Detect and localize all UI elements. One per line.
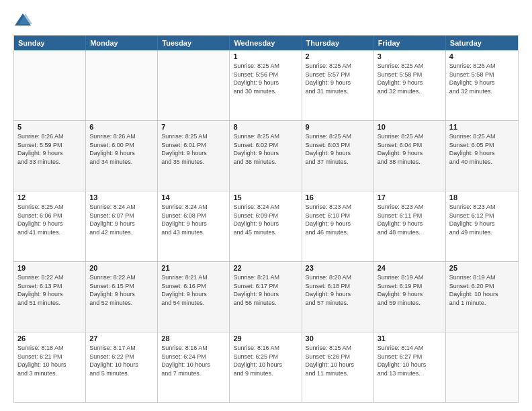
- day-info: Sunrise: 8:25 AM Sunset: 6:06 PM Dayligh…: [17, 203, 82, 236]
- day-number: 13: [89, 193, 154, 201]
- day-number: 8: [233, 123, 298, 131]
- logo-icon: [13, 11, 32, 30]
- day-info: Sunrise: 8:23 AM Sunset: 6:10 PM Dayligh…: [306, 203, 370, 236]
- day-number: 12: [17, 193, 82, 201]
- day-cell-15: 15Sunrise: 8:24 AM Sunset: 6:09 PM Dayli…: [230, 191, 302, 261]
- day-info: Sunrise: 8:21 AM Sunset: 6:16 PM Dayligh…: [161, 273, 226, 307]
- day-cell-19: 19Sunrise: 8:22 AM Sunset: 6:13 PM Dayli…: [14, 262, 86, 332]
- day-info: Sunrise: 8:25 AM Sunset: 5:56 PM Dayligh…: [233, 62, 298, 95]
- day-cell-13: 13Sunrise: 8:24 AM Sunset: 6:07 PM Dayli…: [86, 191, 158, 261]
- day-number: 7: [161, 123, 226, 131]
- calendar-row-2: 12Sunrise: 8:25 AM Sunset: 6:06 PM Dayli…: [14, 191, 518, 261]
- day-number: 11: [449, 123, 515, 131]
- day-cell-31: 31Sunrise: 8:14 AM Sunset: 6:27 PM Dayli…: [374, 332, 446, 402]
- day-cell-28: 28Sunrise: 8:16 AM Sunset: 6:24 PM Dayli…: [158, 332, 230, 402]
- calendar-row-1: 5Sunrise: 8:26 AM Sunset: 5:59 PM Daylig…: [14, 120, 518, 191]
- day-info: Sunrise: 8:14 AM Sunset: 6:27 PM Dayligh…: [378, 344, 442, 377]
- day-info: Sunrise: 8:25 AM Sunset: 5:57 PM Dayligh…: [306, 62, 370, 95]
- day-cell-26: 26Sunrise: 8:18 AM Sunset: 6:21 PM Dayli…: [14, 332, 86, 402]
- day-number: 14: [161, 193, 226, 201]
- day-number: 6: [89, 123, 154, 131]
- day-cell-23: 23Sunrise: 8:20 AM Sunset: 6:18 PM Dayli…: [302, 262, 374, 332]
- header-day-monday: Monday: [86, 36, 158, 50]
- day-info: Sunrise: 8:26 AM Sunset: 5:58 PM Dayligh…: [449, 62, 515, 95]
- page: SundayMondayTuesdayWednesdayThursdayFrid…: [0, 0, 532, 411]
- day-cell-8: 8Sunrise: 8:25 AM Sunset: 6:02 PM Daylig…: [230, 121, 302, 191]
- day-cell-4: 4Sunrise: 8:26 AM Sunset: 5:58 PM Daylig…: [446, 50, 518, 120]
- day-info: Sunrise: 8:25 AM Sunset: 6:03 PM Dayligh…: [306, 132, 370, 166]
- day-cell-1: 1Sunrise: 8:25 AM Sunset: 5:56 PM Daylig…: [230, 50, 302, 120]
- day-info: Sunrise: 8:25 AM Sunset: 6:02 PM Dayligh…: [233, 132, 298, 166]
- header-day-tuesday: Tuesday: [158, 36, 230, 50]
- day-info: Sunrise: 8:22 AM Sunset: 6:15 PM Dayligh…: [89, 273, 154, 307]
- empty-cell-0-1: [86, 50, 158, 120]
- day-number: 10: [378, 123, 442, 131]
- day-number: 25: [449, 264, 515, 272]
- header: [13, 11, 519, 30]
- day-cell-5: 5Sunrise: 8:26 AM Sunset: 5:59 PM Daylig…: [14, 121, 86, 191]
- day-cell-20: 20Sunrise: 8:22 AM Sunset: 6:15 PM Dayli…: [86, 262, 158, 332]
- day-number: 2: [306, 52, 370, 60]
- header-day-wednesday: Wednesday: [230, 36, 302, 50]
- day-number: 5: [17, 123, 82, 131]
- day-cell-11: 11Sunrise: 8:25 AM Sunset: 6:05 PM Dayli…: [446, 121, 518, 191]
- day-cell-10: 10Sunrise: 8:25 AM Sunset: 6:04 PM Dayli…: [374, 121, 446, 191]
- day-info: Sunrise: 8:19 AM Sunset: 6:19 PM Dayligh…: [378, 273, 442, 307]
- day-info: Sunrise: 8:17 AM Sunset: 6:22 PM Dayligh…: [89, 344, 154, 377]
- header-day-friday: Friday: [374, 36, 446, 50]
- day-number: 20: [89, 264, 154, 272]
- day-cell-27: 27Sunrise: 8:17 AM Sunset: 6:22 PM Dayli…: [86, 332, 158, 402]
- day-cell-14: 14Sunrise: 8:24 AM Sunset: 6:08 PM Dayli…: [158, 191, 230, 261]
- day-info: Sunrise: 8:16 AM Sunset: 6:25 PM Dayligh…: [233, 344, 298, 377]
- logo: [13, 11, 35, 30]
- day-number: 4: [449, 52, 515, 60]
- day-cell-3: 3Sunrise: 8:25 AM Sunset: 5:58 PM Daylig…: [374, 50, 446, 120]
- day-cell-25: 25Sunrise: 8:19 AM Sunset: 6:20 PM Dayli…: [446, 262, 518, 332]
- calendar-row-3: 19Sunrise: 8:22 AM Sunset: 6:13 PM Dayli…: [14, 261, 518, 332]
- day-info: Sunrise: 8:26 AM Sunset: 5:59 PM Dayligh…: [17, 132, 82, 166]
- day-cell-17: 17Sunrise: 8:23 AM Sunset: 6:11 PM Dayli…: [374, 191, 446, 261]
- day-info: Sunrise: 8:25 AM Sunset: 5:58 PM Dayligh…: [378, 62, 442, 95]
- day-cell-16: 16Sunrise: 8:23 AM Sunset: 6:10 PM Dayli…: [302, 191, 374, 261]
- day-info: Sunrise: 8:23 AM Sunset: 6:11 PM Dayligh…: [378, 203, 442, 236]
- day-cell-29: 29Sunrise: 8:16 AM Sunset: 6:25 PM Dayli…: [230, 332, 302, 402]
- day-number: 23: [306, 264, 370, 272]
- day-number: 16: [306, 193, 370, 201]
- calendar: SundayMondayTuesdayWednesdayThursdayFrid…: [13, 35, 519, 403]
- day-cell-21: 21Sunrise: 8:21 AM Sunset: 6:16 PM Dayli…: [158, 262, 230, 332]
- day-cell-2: 2Sunrise: 8:25 AM Sunset: 5:57 PM Daylig…: [302, 50, 374, 120]
- day-number: 22: [233, 264, 298, 272]
- day-number: 15: [233, 193, 298, 201]
- day-number: 31: [378, 334, 442, 342]
- day-number: 19: [17, 264, 82, 272]
- day-number: 18: [449, 193, 515, 201]
- calendar-row-0: 1Sunrise: 8:25 AM Sunset: 5:56 PM Daylig…: [14, 50, 518, 120]
- day-number: 3: [378, 52, 442, 60]
- day-info: Sunrise: 8:15 AM Sunset: 6:26 PM Dayligh…: [306, 344, 370, 377]
- day-number: 1: [233, 52, 298, 60]
- empty-cell-0-2: [158, 50, 230, 120]
- empty-cell-4-6: [446, 332, 518, 402]
- day-number: 28: [161, 334, 226, 342]
- day-info: Sunrise: 8:24 AM Sunset: 6:08 PM Dayligh…: [161, 203, 226, 236]
- day-info: Sunrise: 8:25 AM Sunset: 6:04 PM Dayligh…: [378, 132, 442, 166]
- day-info: Sunrise: 8:18 AM Sunset: 6:21 PM Dayligh…: [17, 344, 82, 377]
- day-info: Sunrise: 8:23 AM Sunset: 6:12 PM Dayligh…: [449, 203, 515, 236]
- day-cell-9: 9Sunrise: 8:25 AM Sunset: 6:03 PM Daylig…: [302, 121, 374, 191]
- day-cell-12: 12Sunrise: 8:25 AM Sunset: 6:06 PM Dayli…: [14, 191, 86, 261]
- day-cell-24: 24Sunrise: 8:19 AM Sunset: 6:19 PM Dayli…: [374, 262, 446, 332]
- day-info: Sunrise: 8:24 AM Sunset: 6:09 PM Dayligh…: [233, 203, 298, 236]
- day-number: 29: [233, 334, 298, 342]
- day-info: Sunrise: 8:26 AM Sunset: 6:00 PM Dayligh…: [89, 132, 154, 166]
- day-cell-18: 18Sunrise: 8:23 AM Sunset: 6:12 PM Dayli…: [446, 191, 518, 261]
- day-info: Sunrise: 8:16 AM Sunset: 6:24 PM Dayligh…: [161, 344, 226, 377]
- day-info: Sunrise: 8:25 AM Sunset: 6:05 PM Dayligh…: [449, 132, 515, 166]
- day-cell-30: 30Sunrise: 8:15 AM Sunset: 6:26 PM Dayli…: [302, 332, 374, 402]
- empty-cell-0-0: [14, 50, 86, 120]
- day-info: Sunrise: 8:21 AM Sunset: 6:17 PM Dayligh…: [233, 273, 298, 307]
- day-cell-7: 7Sunrise: 8:25 AM Sunset: 6:01 PM Daylig…: [158, 121, 230, 191]
- header-day-thursday: Thursday: [302, 36, 374, 50]
- day-number: 27: [89, 334, 154, 342]
- day-cell-22: 22Sunrise: 8:21 AM Sunset: 6:17 PM Dayli…: [230, 262, 302, 332]
- header-day-sunday: Sunday: [14, 36, 86, 50]
